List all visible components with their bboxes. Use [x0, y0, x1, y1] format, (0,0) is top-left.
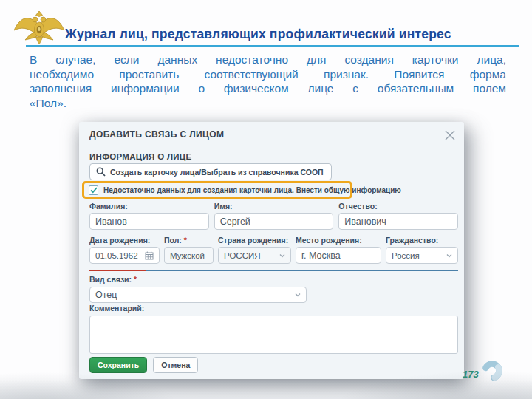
add-relation-dialog: ДОБАВИТЬ СВЯЗЬ С ЛИЦОМ ИНФОРМАЦИЯ О ЛИЦЕ…	[79, 122, 464, 379]
surname-label: Фамилия:	[89, 202, 209, 211]
section-heading: ИНФОРМАЦИЯ О ЛИЦЕ	[89, 152, 192, 161]
citizenship-label: Гражданство:	[386, 236, 458, 245]
firstname-label: Имя:	[214, 202, 334, 211]
dialog-title: ДОБАВИТЬ СВЯЗЬ С ЛИЦОМ	[89, 129, 224, 140]
required-mark: *	[134, 275, 137, 284]
citizenship-value: Россия	[392, 251, 420, 260]
chevron-down-icon	[279, 253, 285, 258]
checkmark-icon	[90, 187, 98, 194]
insufficient-data-checkbox[interactable]	[89, 185, 98, 195]
birth-place-field[interactable]: г. Москва	[296, 247, 381, 264]
surname-field[interactable]: Иванов	[89, 213, 209, 230]
body-line: необходимо проставить соответствующий пр…	[30, 67, 506, 82]
birth-country-label: Страна рождения:	[218, 236, 291, 245]
swirl-decoration-icon	[480, 358, 505, 383]
slide-canvas: Журнал лиц, представляющих профилактичес…	[0, 0, 532, 399]
gender-value: Мужской	[170, 251, 205, 260]
body-line: заполнения информации о физическом лице …	[30, 81, 506, 96]
comment-group: Комментарий:	[89, 304, 458, 354]
mvd-eagle-emblem-logo	[13, 8, 66, 47]
page-number: 173	[463, 369, 479, 380]
create-person-card-button[interactable]: Создать карточку лица/Выбрать из справоч…	[89, 163, 332, 180]
birth-date-value: 01.05.1962	[95, 251, 138, 260]
patronymic-label: Отчество:	[338, 202, 458, 211]
relation-type-label: Вид связи: *	[89, 275, 307, 284]
create-person-card-label: Создать карточку лица/Выбрать из справоч…	[110, 168, 324, 177]
gender-label: Пол: *	[164, 236, 214, 245]
relation-type-value: Отец	[95, 290, 117, 300]
birth-country-value: РОССИЯ	[224, 251, 261, 260]
chevron-down-icon	[446, 253, 452, 258]
firstname-field[interactable]: Сергей	[214, 213, 334, 230]
relation-type-group: Вид связи: * Отец	[89, 275, 307, 303]
body-line: «Пол».	[30, 96, 506, 111]
patronymic-field[interactable]: Иванович	[338, 213, 458, 230]
dialog-header: ДОБАВИТЬ СВЯЗЬ С ЛИЦОМ	[89, 129, 457, 141]
citizenship-select[interactable]: Россия	[386, 247, 458, 264]
title-underline	[26, 45, 519, 47]
page-title: Журнал лиц, представляющих профилактичес…	[65, 27, 508, 42]
name-fields-row: Фамилия: Иванов Имя: Сергей Отчество: Ив…	[89, 202, 458, 230]
dialog-buttons: Сохранить Отмена	[89, 357, 198, 373]
body-paragraph: В случае, если данных недостаточно для с…	[30, 52, 506, 110]
section-divider	[89, 270, 458, 271]
body-line: В случае, если данных недостаточно для с…	[30, 52, 506, 67]
birth-date-field[interactable]: 01.05.1962	[89, 247, 160, 264]
annotation-highlight-box: Недостаточно данных для создания карточк…	[82, 181, 352, 199]
comment-textarea[interactable]	[89, 316, 458, 354]
save-button[interactable]: Сохранить	[89, 357, 147, 373]
cancel-button[interactable]: Отмена	[153, 357, 198, 373]
insufficient-data-checkbox-label: Недостаточно данных для создания карточк…	[103, 186, 401, 194]
birth-fields-row: Дата рождения: 01.05.1962 Пол: *	[89, 236, 458, 264]
comment-label: Комментарий:	[89, 304, 458, 313]
divider-red-segment	[89, 270, 146, 271]
divider-blue-segment	[146, 270, 458, 271]
calendar-icon[interactable]	[145, 251, 154, 260]
required-mark: *	[184, 236, 187, 245]
gender-select[interactable]: Мужской	[164, 247, 214, 264]
close-icon[interactable]	[443, 129, 457, 142]
birth-country-select[interactable]: РОССИЯ	[218, 247, 291, 264]
birth-place-label: Место рождения:	[296, 236, 381, 245]
birth-date-label: Дата рождения:	[89, 236, 160, 245]
search-icon	[96, 167, 106, 177]
chevron-down-icon	[295, 293, 301, 297]
relation-type-select[interactable]: Отец	[89, 287, 307, 303]
